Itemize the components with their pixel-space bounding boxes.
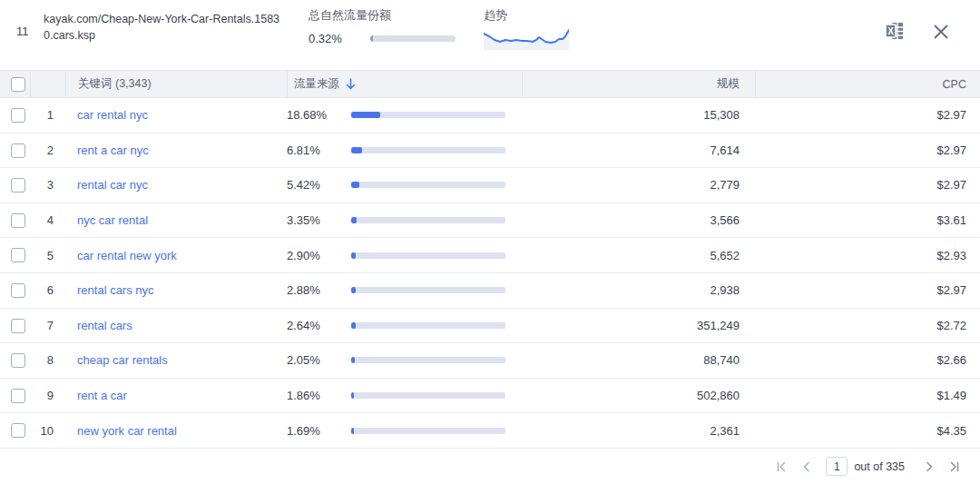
row-checkbox-cell xyxy=(0,282,30,298)
cpc-value: $2.72 xyxy=(755,319,980,332)
table-row: 4nyc car rental3.35%3,566$3.61 xyxy=(0,203,980,239)
table-row: 7rental cars2.64%351,249$2.72 xyxy=(0,309,980,344)
row-rank: 2 xyxy=(30,143,65,157)
traffic-source-column-header[interactable]: 流量来源 xyxy=(287,71,522,97)
first-page-icon[interactable] xyxy=(771,457,791,477)
cpc-value: $2.97 xyxy=(755,143,980,157)
table-row: 9rent a car1.86%502,860$1.49 xyxy=(0,379,980,414)
row-checkbox[interactable] xyxy=(11,143,25,158)
traffic-share-value: 2.64% xyxy=(287,319,351,332)
cpc-column-header[interactable]: CPC xyxy=(755,71,980,97)
keyword-link[interactable]: rental car nyc xyxy=(65,178,148,192)
close-icon[interactable] xyxy=(932,23,950,41)
select-all-checkbox[interactable] xyxy=(11,77,25,92)
traffic-share-bar xyxy=(351,287,505,293)
keyword-cell: rental cars xyxy=(65,319,287,332)
volume-column-header[interactable]: 规模 xyxy=(522,71,755,97)
organic-share-metric: 总自然流量份额 0.32% xyxy=(309,7,456,45)
traffic-share-bar xyxy=(351,112,505,118)
table-row: 1car rental nyc18.68%15,308$2.97 xyxy=(0,98,980,133)
keyword-cell: rent a car nyc xyxy=(65,143,287,157)
rank-column-header xyxy=(30,71,65,97)
traffic-share-bar xyxy=(351,147,505,153)
row-checkbox-cell xyxy=(0,178,30,193)
row-checkbox-cell xyxy=(0,248,30,263)
last-page-icon[interactable] xyxy=(945,457,965,477)
cpc-value: $2.97 xyxy=(755,108,980,122)
traffic-source-column-label: 流量来源 xyxy=(294,76,339,92)
row-checkbox[interactable] xyxy=(11,389,25,403)
row-checkbox-cell xyxy=(0,318,30,333)
row-rank: 5 xyxy=(30,249,65,262)
row-checkbox[interactable] xyxy=(11,178,25,193)
previous-page-icon[interactable] xyxy=(797,457,817,477)
organic-share-value: 0.32% xyxy=(309,32,370,45)
next-page-icon[interactable] xyxy=(919,457,939,477)
keyword-link[interactable]: nyc car rental xyxy=(65,213,148,227)
keyword-link[interactable]: rental cars nyc xyxy=(65,283,154,297)
keyword-cell: rent a car xyxy=(65,389,287,402)
row-checkbox-cell xyxy=(0,353,30,369)
row-checkbox-cell xyxy=(0,108,30,123)
export-excel-icon[interactable]: X xyxy=(884,20,906,42)
table-row: 6rental cars nyc2.88%2,938$2.97 xyxy=(0,273,980,309)
table-row: 2rent a car nyc6.81%7,614$2.97 xyxy=(0,133,980,169)
keyword-link[interactable]: rent a car xyxy=(65,389,127,402)
traffic-share-bar-fill xyxy=(351,147,362,153)
row-checkbox-cell xyxy=(0,212,30,228)
cpc-value: $3.61 xyxy=(755,213,980,227)
keyword-cell: car rental new york xyxy=(65,249,287,262)
organic-share-label: 总自然流量份额 xyxy=(309,7,456,24)
traffic-share-bar xyxy=(351,392,505,399)
row-checkbox[interactable] xyxy=(11,353,25,368)
keyword-link[interactable]: car rental new york xyxy=(65,249,177,262)
row-checkbox[interactable] xyxy=(11,423,25,438)
traffic-share-cell: 1.86% xyxy=(287,389,522,402)
keyword-link[interactable]: cheap car rentals xyxy=(65,353,168,367)
traffic-share-bar-fill xyxy=(351,428,354,434)
volume-value: 2,779 xyxy=(522,178,755,192)
traffic-share-bar-fill xyxy=(351,287,356,293)
traffic-share-cell: 1.69% xyxy=(287,424,522,438)
keyword-cell: cheap car rentals xyxy=(65,353,287,367)
volume-value: 2,938 xyxy=(522,283,755,297)
keyword-link[interactable]: new york car rental xyxy=(65,424,177,438)
sort-descending-icon[interactable] xyxy=(346,78,356,90)
table-body: 1car rental nyc18.68%15,308$2.972rent a … xyxy=(0,98,980,449)
page-number-input[interactable] xyxy=(826,457,848,476)
row-checkbox-cell xyxy=(0,388,30,403)
keyword-detail-panel: 11 kayak.com/Cheap-New-York-Car-Rentals.… xyxy=(0,0,980,484)
trend-label: 趋势 xyxy=(484,7,569,24)
row-checkbox[interactable] xyxy=(11,283,25,298)
row-checkbox[interactable] xyxy=(11,213,25,228)
page-count-label: out of 335 xyxy=(854,460,905,473)
footer-bar: out of 335 xyxy=(0,449,980,484)
traffic-share-bar-fill xyxy=(351,322,356,329)
volume-value: 3,566 xyxy=(522,213,755,227)
cpc-value: $1.49 xyxy=(755,389,980,402)
traffic-share-value: 1.69% xyxy=(287,424,351,438)
keyword-cell: rental car nyc xyxy=(65,178,287,192)
traffic-share-bar xyxy=(351,252,505,259)
volume-value: 15,308 xyxy=(522,108,755,122)
row-checkbox[interactable] xyxy=(11,248,25,262)
url-row-index: 11 xyxy=(16,25,29,38)
row-checkbox[interactable] xyxy=(11,108,25,123)
keyword-column-header[interactable]: 关键词 (3,343) xyxy=(65,71,287,97)
select-all-cell xyxy=(0,71,30,97)
page-url-link[interactable]: kayak.com/Cheap-New-York-Car-Rentals.158… xyxy=(44,12,287,44)
traffic-share-cell: 18.68% xyxy=(287,108,522,122)
row-checkbox[interactable] xyxy=(11,319,25,333)
trend-block: 趋势 xyxy=(484,7,569,50)
traffic-share-cell: 2.90% xyxy=(287,249,522,262)
traffic-share-cell: 6.81% xyxy=(287,143,522,157)
traffic-share-value: 2.05% xyxy=(287,353,351,367)
keyword-link[interactable]: rent a car nyc xyxy=(65,143,149,157)
row-rank: 9 xyxy=(30,389,65,402)
keyword-link[interactable]: car rental nyc xyxy=(65,108,148,122)
traffic-share-cell: 2.05% xyxy=(287,353,522,367)
keyword-link[interactable]: rental cars xyxy=(65,319,132,332)
traffic-share-bar xyxy=(351,357,505,363)
traffic-share-bar-fill xyxy=(351,182,359,188)
row-rank: 10 xyxy=(30,424,65,438)
